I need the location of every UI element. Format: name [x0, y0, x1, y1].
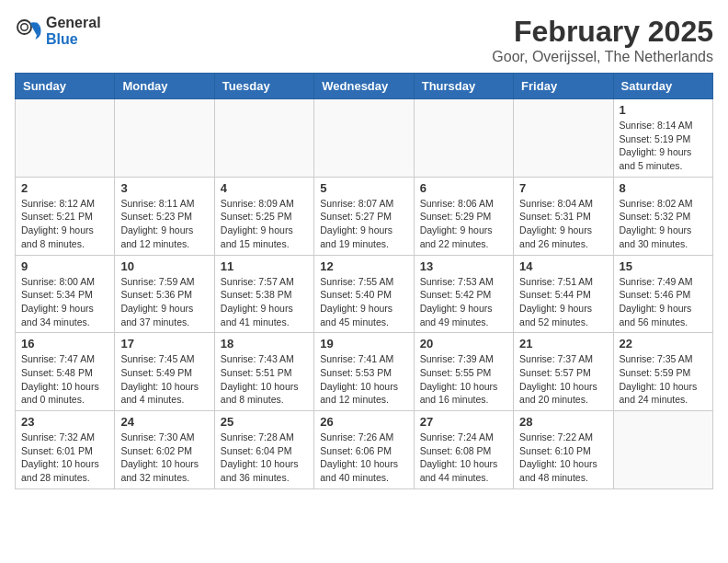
calendar-cell: 9Sunrise: 8:00 AM Sunset: 5:34 PM Daylig…: [16, 255, 115, 333]
day-number: 12: [320, 259, 407, 273]
day-number: 8: [620, 181, 707, 195]
day-info: Sunrise: 7:28 AM Sunset: 6:04 PM Dayligh…: [221, 431, 308, 485]
calendar-header-wednesday: Wednesday: [314, 74, 414, 99]
day-info: Sunrise: 7:53 AM Sunset: 5:42 PM Dayligh…: [420, 275, 507, 329]
logo-icon: [15, 17, 42, 45]
day-number: 14: [519, 259, 607, 273]
day-number: 2: [21, 181, 108, 195]
day-number: 18: [221, 337, 308, 350]
calendar-cell: 21Sunrise: 7:37 AM Sunset: 5:57 PM Dayli…: [514, 333, 613, 411]
calendar-header-monday: Monday: [115, 74, 214, 99]
day-number: 27: [420, 415, 507, 429]
page-title: February 2025: [492, 15, 713, 49]
calendar-cell: 26Sunrise: 7:26 AM Sunset: 6:06 PM Dayli…: [314, 411, 414, 489]
day-number: 11: [221, 259, 308, 273]
calendar-cell: 23Sunrise: 7:32 AM Sunset: 6:01 PM Dayli…: [16, 411, 115, 489]
calendar-cell: 20Sunrise: 7:39 AM Sunset: 5:55 PM Dayli…: [414, 333, 513, 411]
day-info: Sunrise: 8:04 AM Sunset: 5:31 PM Dayligh…: [519, 197, 607, 251]
day-info: Sunrise: 7:51 AM Sunset: 5:44 PM Dayligh…: [519, 275, 607, 329]
day-number: 5: [320, 181, 407, 195]
day-number: 21: [519, 337, 607, 350]
day-number: 17: [120, 337, 208, 350]
logo: General Blue: [15, 15, 101, 47]
calendar-cell: [613, 411, 712, 489]
day-number: 1: [620, 103, 707, 117]
calendar-cell: 19Sunrise: 7:41 AM Sunset: 5:53 PM Dayli…: [314, 333, 414, 411]
page-subtitle: Goor, Overijssel, The Netherlands: [492, 49, 713, 65]
day-info: Sunrise: 8:11 AM Sunset: 5:23 PM Dayligh…: [120, 197, 208, 251]
day-info: Sunrise: 7:35 AM Sunset: 5:59 PM Dayligh…: [620, 352, 707, 407]
day-number: 10: [120, 259, 208, 273]
day-info: Sunrise: 7:45 AM Sunset: 5:49 PM Dayligh…: [120, 352, 208, 407]
day-info: Sunrise: 7:49 AM Sunset: 5:46 PM Dayligh…: [620, 275, 707, 329]
calendar-cell: 24Sunrise: 7:30 AM Sunset: 6:02 PM Dayli…: [115, 411, 214, 489]
day-info: Sunrise: 7:41 AM Sunset: 5:53 PM Dayligh…: [320, 352, 407, 407]
logo-text: General Blue: [46, 15, 101, 47]
day-info: Sunrise: 7:24 AM Sunset: 6:08 PM Dayligh…: [420, 431, 507, 485]
calendar-cell: 12Sunrise: 7:55 AM Sunset: 5:40 PM Dayli…: [314, 255, 414, 333]
day-number: 24: [120, 415, 208, 429]
calendar-cell: 3Sunrise: 8:11 AM Sunset: 5:23 PM Daylig…: [115, 177, 214, 255]
day-number: 3: [120, 181, 208, 195]
header: General Blue February 2025 Goor, Overijs…: [15, 15, 713, 65]
svg-point-0: [17, 20, 31, 34]
calendar-cell: 11Sunrise: 7:57 AM Sunset: 5:38 PM Dayli…: [214, 255, 313, 333]
calendar-cell: [115, 99, 214, 178]
calendar-cell: 13Sunrise: 7:53 AM Sunset: 5:42 PM Dayli…: [414, 255, 513, 333]
day-number: 28: [519, 415, 607, 429]
calendar-cell: [16, 99, 115, 178]
day-number: 25: [221, 415, 308, 429]
day-info: Sunrise: 7:43 AM Sunset: 5:51 PM Dayligh…: [221, 352, 308, 407]
calendar-cell: 14Sunrise: 7:51 AM Sunset: 5:44 PM Dayli…: [514, 255, 613, 333]
calendar-week-row: 1Sunrise: 8:14 AM Sunset: 5:19 PM Daylig…: [16, 99, 713, 178]
calendar-header-thursday: Thursday: [414, 74, 513, 99]
day-info: Sunrise: 7:22 AM Sunset: 6:10 PM Dayligh…: [519, 431, 607, 485]
calendar-cell: 2Sunrise: 8:12 AM Sunset: 5:21 PM Daylig…: [16, 177, 115, 255]
calendar-cell: 18Sunrise: 7:43 AM Sunset: 5:51 PM Dayli…: [214, 333, 313, 411]
calendar-cell: 17Sunrise: 7:45 AM Sunset: 5:49 PM Dayli…: [115, 333, 214, 411]
day-number: 7: [519, 181, 607, 195]
calendar-week-row: 2Sunrise: 8:12 AM Sunset: 5:21 PM Daylig…: [16, 177, 713, 255]
day-info: Sunrise: 8:07 AM Sunset: 5:27 PM Dayligh…: [320, 197, 407, 251]
day-info: Sunrise: 7:59 AM Sunset: 5:36 PM Dayligh…: [120, 275, 208, 329]
logo-blue: Blue: [46, 31, 101, 48]
calendar-week-row: 23Sunrise: 7:32 AM Sunset: 6:01 PM Dayli…: [16, 411, 713, 489]
day-number: 16: [21, 337, 108, 350]
logo-general: General: [46, 15, 101, 31]
calendar-cell: 8Sunrise: 8:02 AM Sunset: 5:32 PM Daylig…: [613, 177, 712, 255]
day-info: Sunrise: 7:32 AM Sunset: 6:01 PM Dayligh…: [21, 431, 108, 485]
calendar-cell: 1Sunrise: 8:14 AM Sunset: 5:19 PM Daylig…: [613, 99, 712, 178]
calendar-header-row: SundayMondayTuesdayWednesdayThursdayFrid…: [16, 74, 713, 99]
day-info: Sunrise: 8:14 AM Sunset: 5:19 PM Dayligh…: [620, 119, 707, 173]
calendar-cell: 5Sunrise: 8:07 AM Sunset: 5:27 PM Daylig…: [314, 177, 414, 255]
day-number: 6: [420, 181, 507, 195]
day-info: Sunrise: 7:37 AM Sunset: 5:57 PM Dayligh…: [519, 352, 607, 407]
day-info: Sunrise: 8:00 AM Sunset: 5:34 PM Dayligh…: [21, 275, 108, 329]
calendar-cell: 6Sunrise: 8:06 AM Sunset: 5:29 PM Daylig…: [414, 177, 513, 255]
calendar-header-sunday: Sunday: [16, 74, 115, 99]
calendar-week-row: 16Sunrise: 7:47 AM Sunset: 5:48 PM Dayli…: [16, 333, 713, 411]
calendar-table: SundayMondayTuesdayWednesdayThursdayFrid…: [15, 73, 713, 489]
calendar-cell: 28Sunrise: 7:22 AM Sunset: 6:10 PM Dayli…: [514, 411, 613, 489]
calendar-cell: 4Sunrise: 8:09 AM Sunset: 5:25 PM Daylig…: [214, 177, 313, 255]
day-info: Sunrise: 7:26 AM Sunset: 6:06 PM Dayligh…: [320, 431, 407, 485]
calendar-cell: 7Sunrise: 8:04 AM Sunset: 5:31 PM Daylig…: [514, 177, 613, 255]
day-info: Sunrise: 7:55 AM Sunset: 5:40 PM Dayligh…: [320, 275, 407, 329]
day-info: Sunrise: 8:02 AM Sunset: 5:32 PM Dayligh…: [620, 197, 707, 251]
day-info: Sunrise: 7:30 AM Sunset: 6:02 PM Dayligh…: [120, 431, 208, 485]
day-number: 20: [420, 337, 507, 350]
calendar-week-row: 9Sunrise: 8:00 AM Sunset: 5:34 PM Daylig…: [16, 255, 713, 333]
calendar-header-saturday: Saturday: [613, 74, 712, 99]
calendar-cell: 16Sunrise: 7:47 AM Sunset: 5:48 PM Dayli…: [16, 333, 115, 411]
day-info: Sunrise: 7:47 AM Sunset: 5:48 PM Dayligh…: [21, 352, 108, 407]
calendar-header-friday: Friday: [514, 74, 613, 99]
day-number: 9: [21, 259, 108, 273]
svg-point-1: [21, 23, 28, 30]
calendar-cell: [414, 99, 513, 178]
day-number: 26: [320, 415, 407, 429]
calendar-cell: [214, 99, 313, 178]
day-number: 22: [620, 337, 707, 350]
day-info: Sunrise: 8:06 AM Sunset: 5:29 PM Dayligh…: [420, 197, 507, 251]
calendar-cell: 25Sunrise: 7:28 AM Sunset: 6:04 PM Dayli…: [214, 411, 313, 489]
title-area: February 2025 Goor, Overijssel, The Neth…: [492, 15, 713, 65]
